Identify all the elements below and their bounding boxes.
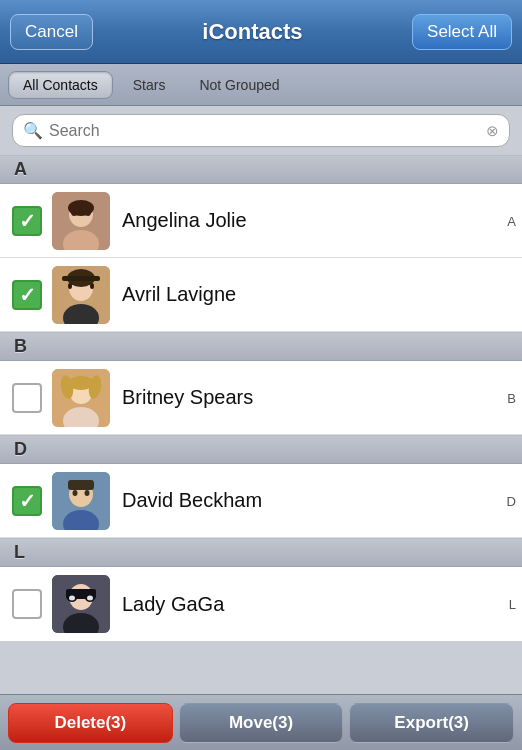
delete-button[interactable]: Delete(3) xyxy=(8,703,173,743)
move-button[interactable]: Move(3) xyxy=(179,703,344,743)
avatar-svg xyxy=(52,192,110,250)
contact-name: Lady GaGa xyxy=(122,593,510,616)
search-clear-icon[interactable]: ⊗ xyxy=(486,122,499,140)
index-letter-b: B xyxy=(507,390,516,405)
index-letter-a: A xyxy=(507,213,516,228)
search-icon: 🔍 xyxy=(23,121,43,140)
search-bar: 🔍 ⊗ xyxy=(0,106,522,155)
svg-point-32 xyxy=(87,596,93,601)
contact-row[interactable]: ✓ Avril Lavigne xyxy=(0,258,522,332)
bottom-toolbar: Delete(3) Move(3) Export(3) xyxy=(0,694,522,750)
checkbox-david[interactable]: ✓ xyxy=(12,486,42,516)
svg-point-18 xyxy=(68,376,94,390)
svg-point-11 xyxy=(90,283,94,289)
tab-bar: All Contacts Stars Not Grouped xyxy=(0,64,522,106)
search-input-wrap: 🔍 ⊗ xyxy=(12,114,510,147)
avatar-svg xyxy=(52,472,110,530)
svg-rect-12 xyxy=(62,276,100,281)
contact-name: Britney Spears xyxy=(122,386,510,409)
contact-name: Angelina Jolie xyxy=(122,209,510,232)
checkbox-angelina[interactable]: ✓ xyxy=(12,206,42,236)
app-title: iContacts xyxy=(202,19,302,45)
section-header-b: B xyxy=(0,332,522,361)
select-all-button[interactable]: Select All xyxy=(412,14,512,50)
contact-name: Avril Lavigne xyxy=(122,283,510,306)
checkbox-britney[interactable] xyxy=(12,383,42,413)
tab-not-grouped[interactable]: Not Grouped xyxy=(185,72,293,98)
contact-row[interactable]: ✓ David Beckham D xyxy=(0,464,522,538)
index-letter-l: L xyxy=(509,597,516,612)
contact-row[interactable]: Lady GaGa L xyxy=(0,567,522,641)
checkmark-icon: ✓ xyxy=(19,285,36,305)
svg-rect-22 xyxy=(68,480,94,490)
avatar-svg xyxy=(52,266,110,324)
section-header-d: D xyxy=(0,435,522,464)
avatar-svg xyxy=(52,575,110,633)
index-letter-d: D xyxy=(507,493,516,508)
export-button[interactable]: Export(3) xyxy=(349,703,514,743)
svg-point-24 xyxy=(85,490,90,496)
avatar-britney xyxy=(52,369,110,427)
checkmark-icon: ✓ xyxy=(19,491,36,511)
contact-row[interactable]: ✓ Angelina Jolie A xyxy=(0,184,522,258)
header: Cancel iContacts Select All xyxy=(0,0,522,64)
checkbox-avril[interactable]: ✓ xyxy=(12,280,42,310)
tab-all-contacts[interactable]: All Contacts xyxy=(8,71,113,99)
avatar-ladygaga xyxy=(52,575,110,633)
avatar-david xyxy=(52,472,110,530)
avatar-avril xyxy=(52,266,110,324)
svg-point-5 xyxy=(85,208,91,216)
svg-point-10 xyxy=(68,283,72,289)
avatar-angelina xyxy=(52,192,110,250)
section-header-l: L xyxy=(0,538,522,567)
checkmark-icon: ✓ xyxy=(19,211,36,231)
avatar-svg xyxy=(52,369,110,427)
contact-name: David Beckham xyxy=(122,489,510,512)
cancel-button[interactable]: Cancel xyxy=(10,14,93,50)
section-header-a: A xyxy=(0,155,522,184)
contacts-list: A ✓ Angelina Jolie A ✓ xyxy=(0,155,522,743)
checkbox-ladygaga[interactable] xyxy=(12,589,42,619)
svg-point-31 xyxy=(69,596,75,601)
tab-stars[interactable]: Stars xyxy=(119,72,180,98)
svg-point-23 xyxy=(73,490,78,496)
contact-row[interactable]: Britney Spears B xyxy=(0,361,522,435)
search-input[interactable] xyxy=(49,122,480,140)
svg-point-4 xyxy=(71,208,77,216)
